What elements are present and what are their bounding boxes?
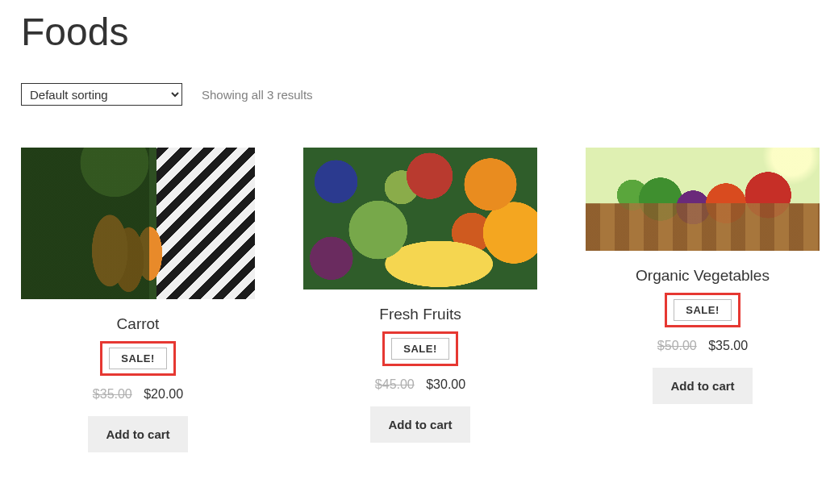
result-count: Showing all 3 results [202, 88, 313, 102]
product-name[interactable]: Fresh Fruits [379, 306, 461, 323]
product-image[interactable] [21, 148, 255, 299]
sort-select[interactable]: Default sorting [21, 83, 182, 106]
new-price: $30.00 [426, 377, 465, 391]
old-price: $35.00 [93, 387, 132, 401]
sale-badge: SALE! [391, 338, 449, 360]
new-price: $35.00 [708, 339, 748, 352]
product-image[interactable] [303, 148, 537, 289]
product-card: Fresh Fruits SALE! $45.00 $30.00 Add to … [303, 148, 537, 443]
price: $35.00 $20.00 [93, 387, 183, 402]
catalog-toolbar: Default sorting Showing all 3 results [21, 83, 805, 106]
old-price: $50.00 [657, 339, 697, 352]
product-image[interactable] [586, 148, 820, 251]
price: $45.00 $30.00 [375, 377, 465, 392]
old-price: $45.00 [375, 377, 415, 391]
product-card: Organic Vegetables SALE! $50.00 $35.00 A… [586, 148, 820, 404]
product-card: Carrot SALE! $35.00 $20.00 Add to cart [21, 148, 255, 452]
add-to-cart-button[interactable]: Add to cart [653, 368, 752, 404]
sale-highlight: SALE! [382, 331, 458, 366]
add-to-cart-button[interactable]: Add to cart [88, 416, 187, 452]
sale-badge: SALE! [674, 299, 732, 321]
new-price: $20.00 [144, 387, 183, 401]
product-grid: Carrot SALE! $35.00 $20.00 Add to cart F… [21, 148, 805, 452]
page-title: Foods [21, 10, 805, 54]
product-name[interactable]: Carrot [117, 315, 160, 333]
product-name[interactable]: Organic Vegetables [636, 267, 770, 285]
add-to-cart-button[interactable]: Add to cart [370, 406, 469, 443]
sale-highlight: SALE! [665, 293, 740, 327]
sale-highlight: SALE! [100, 341, 176, 376]
sale-badge: SALE! [109, 348, 167, 369]
price: $50.00 $35.00 [657, 339, 748, 353]
